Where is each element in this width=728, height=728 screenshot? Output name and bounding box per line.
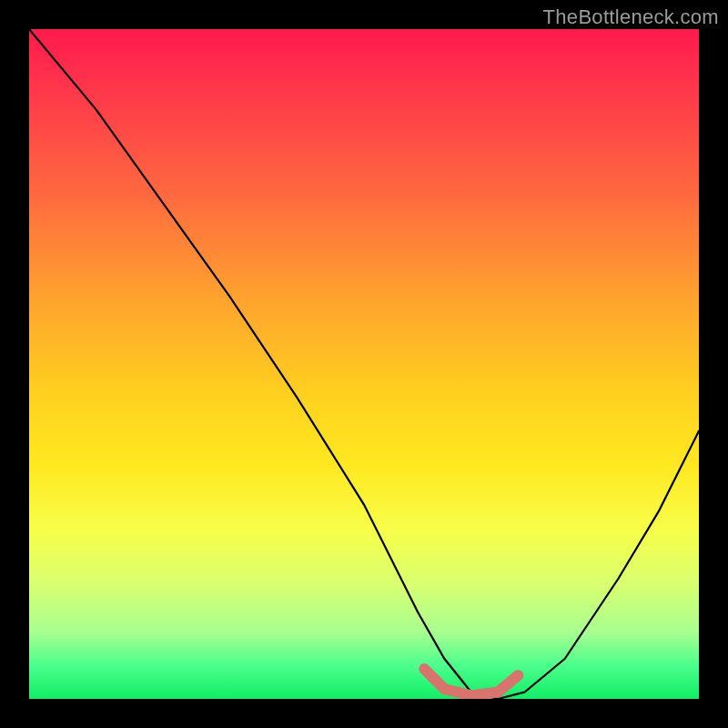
min-plateau-highlight [424,669,518,695]
curve-svg [29,29,699,699]
watermark-text: TheBottleneck.com [543,5,719,29]
bottleneck-curve-path [29,29,699,699]
plot-area [29,29,699,699]
chart-frame: TheBottleneck.com [0,0,728,728]
